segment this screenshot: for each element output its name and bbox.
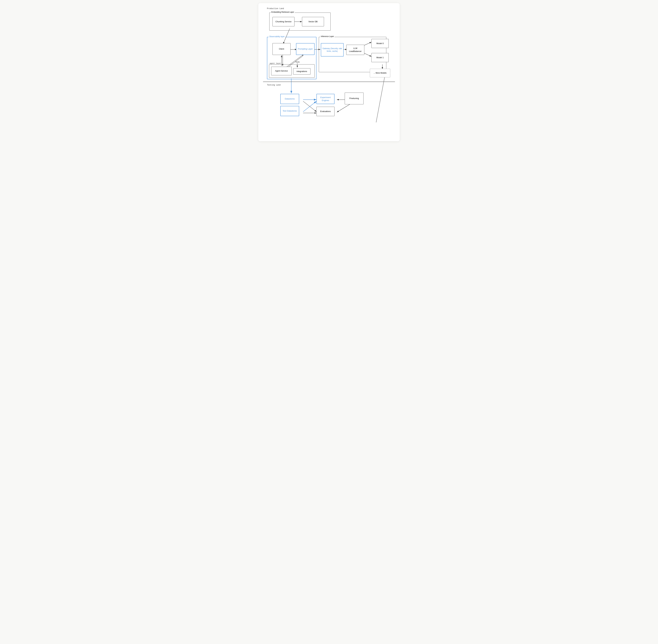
svg-line-23 — [376, 72, 386, 122]
chunking-service-box: Chunking Service — [272, 17, 294, 26]
svg-line-22 — [337, 104, 351, 112]
svg-line-19 — [303, 101, 316, 112]
more-models-box: ... More Models — [370, 69, 390, 77]
production-land-label: Production Land — [267, 7, 284, 10]
section-divider — [263, 82, 395, 82]
tools-label: Tools — [295, 61, 300, 63]
inference-layer-label: Inference Layer — [320, 35, 334, 38]
model1-box: Model 1 — [371, 53, 389, 62]
svg-line-20 — [303, 101, 316, 112]
datastores-box: Datastores — [280, 94, 299, 104]
diagram-canvas: Production Land Embedding Retrieval Laye… — [258, 3, 400, 141]
evaluations-box: Evaluations — [316, 107, 334, 116]
finetuning-box: Finetuning — [345, 93, 364, 105]
gateway-box: Gateway (Security, rate limits, cache) — [321, 43, 344, 56]
observability-label: Observability layer — [268, 36, 285, 38]
embedding-retrieval-label: Embedding Retrieval Layer — [271, 11, 295, 13]
integrations-box: integrations — [293, 68, 310, 74]
vector-db-box: Vector DB — [302, 17, 324, 26]
testing-land-label: Testing Land — [267, 84, 281, 86]
client-box: Client — [272, 43, 290, 55]
test-datastores-box: Test Datastores — [280, 106, 299, 116]
llm-loadbalancer-box: LLM LoadBalancer — [346, 45, 364, 55]
model0-box: Model 0 — [371, 39, 389, 48]
agent-service-box: Agent Service — [271, 67, 292, 75]
agent-layer-label: agent layer — [270, 63, 281, 64]
experiment-engines-box: Experiment Engines — [316, 94, 334, 104]
prompting-layer-box: Prompting Layer — [296, 43, 314, 55]
